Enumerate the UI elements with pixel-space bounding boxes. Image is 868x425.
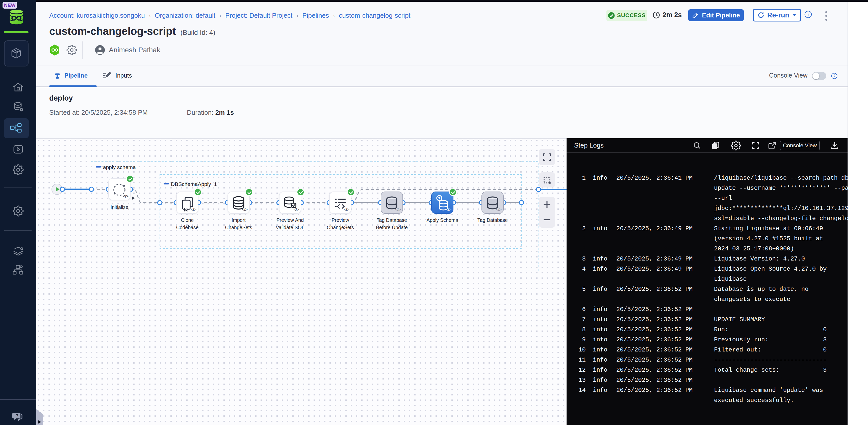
svg-text:?: ? (16, 413, 19, 419)
